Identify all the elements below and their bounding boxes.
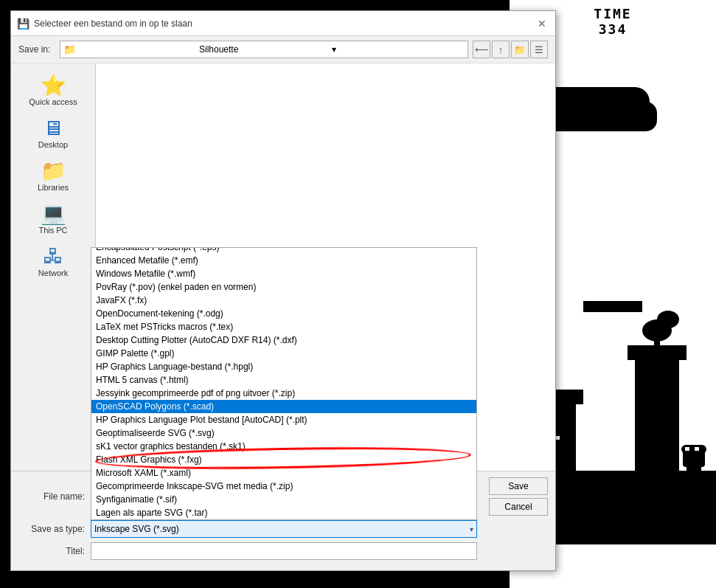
- network-icon: 🖧: [43, 246, 63, 267]
- form-area: File name: Mario2.svg ▾ Save Cancel Save…: [11, 471, 555, 570]
- save-button[interactable]: Save: [489, 477, 548, 495]
- dropdown-option-26[interactable]: Synfiganimatie (*.sif): [91, 493, 476, 506]
- folder-dropdown-arrow: ▾: [332, 44, 465, 55]
- dropdown-option-21[interactable]: Geoptimaliseerde SVG (*.svg): [91, 426, 476, 440]
- dropdown-option-20[interactable]: HP Graphics Language Plot bestand [AutoC…: [91, 413, 476, 426]
- saveas-arrow: ▾: [470, 525, 473, 533]
- this-pc-icon: 💻: [41, 204, 66, 224]
- dropdown-option-23[interactable]: Flash XML Graphics (*.fxg): [91, 453, 476, 466]
- saveas-container: Inkscape SVG (*.svg) ▾ Inkscape SVG (*.s…: [91, 520, 477, 538]
- nav-buttons: ⟵ ↑ 📁 ☰: [473, 41, 548, 58]
- dropdown-option-16[interactable]: HP Graphics Language-bestand (*.hpgl): [91, 360, 476, 373]
- filename-label: File name:: [18, 491, 85, 502]
- dropdown-option-13[interactable]: LaTeX met PSTricks macros (*.tex): [91, 320, 476, 333]
- sidebar-item-libraries[interactable]: 📁 Libraries: [11, 156, 95, 196]
- sidebar-label-this-pc: This PC: [38, 226, 67, 235]
- dialog-titlebar: 💾 Selecteer een bestand om in op te slaa…: [11, 11, 555, 36]
- current-folder: Silhouette: [199, 44, 332, 55]
- time-value: 334: [599, 21, 628, 37]
- titel-row: Titel:: [18, 542, 548, 560]
- dropdown-option-10[interactable]: PovRay (*.pov) (enkel paden en vormen): [91, 280, 476, 294]
- svg-rect-14: [556, 436, 560, 440]
- desktop-icon: 🖥: [43, 118, 63, 139]
- sidebar-label-libraries: Libraries: [38, 183, 69, 192]
- libraries-icon: 📁: [41, 161, 66, 181]
- sidebar: ⭐ Quick access 🖥 Desktop 📁 Libraries 💻 T…: [11, 63, 96, 471]
- dropdown-option-11[interactable]: JavaFX (*.fx): [91, 294, 476, 307]
- time-label: TIME: [594, 6, 631, 21]
- titel-label: Titel:: [18, 546, 85, 556]
- sidebar-item-this-pc[interactable]: 💻 This PC: [11, 199, 95, 239]
- toolbar-row: Save in: 📁 Silhouette ▾ ⟵ ↑ 📁 ☰: [11, 36, 555, 63]
- dropdown-option-7[interactable]: Encapsulated Postscript (*.eps): [91, 247, 476, 254]
- dropdown-option-22[interactable]: sK1 vector graphics bestanden (*.sk1): [91, 440, 476, 453]
- dropdown-option-9[interactable]: Windows Metafile (*.wmf): [91, 267, 476, 280]
- dropdown-option-14[interactable]: Desktop Cutting Plotter (AutoCAD DXF R14…: [91, 333, 476, 347]
- svg-rect-5: [635, 353, 679, 471]
- dropdown-option-12[interactable]: OpenDocument-tekening (*.odg): [91, 307, 476, 320]
- nav-back-button[interactable]: ⟵: [473, 41, 490, 58]
- dropdown-option-19[interactable]: OpenSCAD Polygons (*.scad): [91, 400, 476, 413]
- buttons-col: Save Cancel: [489, 477, 548, 516]
- nav-view-button[interactable]: ☰: [530, 41, 548, 58]
- dialog-title-area: 💾 Selecteer een bestand om in op te slaa…: [17, 18, 192, 30]
- quick-access-icon: ⭐: [41, 75, 66, 96]
- svg-rect-10: [583, 301, 642, 312]
- svg-point-9: [657, 311, 679, 328]
- dropdown-option-15[interactable]: GIMP Palette (*.gpl): [91, 347, 476, 360]
- sidebar-item-quick-access[interactable]: ⭐ Quick access: [11, 71, 95, 111]
- dropdown-option-8[interactable]: Enhanced Metafile (*.emf): [91, 254, 476, 267]
- svg-rect-18: [695, 447, 699, 451]
- sidebar-label-quick-access: Quick access: [29, 97, 77, 106]
- dropdown-option-24[interactable]: Microsoft XAML (*.xaml): [91, 466, 476, 480]
- svg-rect-20: [687, 463, 701, 471]
- dropdown-option-27[interactable]: Lagen als aparte SVG (*.tar): [91, 506, 476, 519]
- svg-rect-8: [654, 331, 660, 353]
- sidebar-item-desktop[interactable]: 🖥 Desktop: [11, 114, 95, 153]
- close-button[interactable]: ✕: [535, 16, 549, 31]
- sidebar-label-desktop: Desktop: [38, 140, 68, 149]
- dialog-icon: 💾: [17, 18, 29, 30]
- saveas-value: Inkscape SVG (*.svg): [94, 524, 179, 534]
- saveas-dropdown[interactable]: Inkscape SVG (*.svg) ▾: [91, 520, 477, 538]
- svg-rect-17: [685, 447, 689, 451]
- saveas-row: Save as type: Inkscape SVG (*.svg) ▾ Ink…: [18, 520, 548, 538]
- dropdown-option-17[interactable]: HTML 5 canvas (*.html): [91, 373, 476, 387]
- cancel-button[interactable]: Cancel: [489, 498, 548, 516]
- save-in-label: Save in:: [18, 44, 55, 55]
- nav-up-button[interactable]: ↑: [492, 41, 510, 58]
- saveas-label: Save as type:: [18, 524, 85, 534]
- sidebar-label-network: Network: [38, 269, 68, 277]
- dropdown-option-25[interactable]: Gecomprimeerde Inkscape-SVG met media (*…: [91, 480, 476, 493]
- dropdown-option-18[interactable]: Jessyink gecomprimeerde pdf of png uitvo…: [91, 387, 476, 400]
- nav-new-folder-button[interactable]: 📁: [511, 41, 529, 58]
- dialog-title: Selecteer een bestand om in op te slaan: [34, 18, 192, 29]
- saveas-dropdown-list[interactable]: Inkscape SVG (*.svg)Gewone SVG (*.svg)Ge…: [91, 247, 477, 520]
- titel-input[interactable]: [91, 542, 477, 560]
- folder-icon: 📁: [63, 44, 196, 55]
- sidebar-item-network[interactable]: 🖧 Network: [11, 242, 95, 282]
- save-dialog: 💾 Selecteer een bestand om in op te slaa…: [10, 10, 556, 571]
- folder-dropdown[interactable]: 📁 Silhouette ▾: [60, 41, 468, 58]
